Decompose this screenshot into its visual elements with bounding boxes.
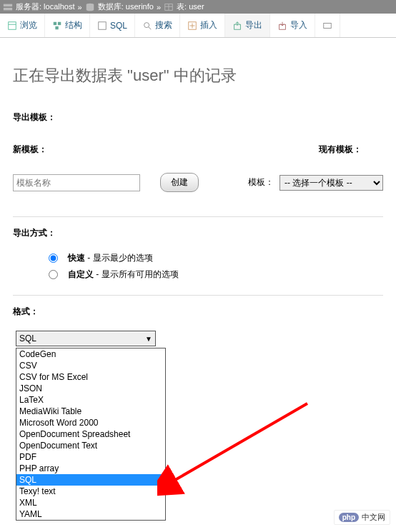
format-option[interactable]: CodeGen [16, 348, 165, 360]
php-logo-icon: php [339, 513, 359, 522]
divider [13, 295, 383, 296]
format-option[interactable]: LaTeX [16, 394, 165, 406]
svg-point-14 [144, 22, 149, 27]
breadcrumb-database[interactable]: 数据库: userinfo [98, 1, 154, 12]
breadcrumb: 服务器: localhost » 数据库: userinfo » 表: user [0, 0, 396, 14]
tab-more[interactable] [315, 14, 340, 37]
method-custom-radio[interactable] [49, 270, 58, 279]
tab-structure[interactable]: 结构 [45, 14, 90, 37]
format-option[interactable]: Microsoft Word 2000 [16, 417, 165, 428]
method-custom-row[interactable]: 自定义 - 显示所有可用的选项 [49, 268, 383, 281]
method-quick-row[interactable]: 快速 - 显示最少的选项 [49, 252, 383, 264]
structure-icon [52, 21, 62, 31]
svg-rect-11 [58, 21, 61, 24]
method-custom-label: 自定义 - 显示所有可用的选项 [68, 268, 179, 281]
import-icon [277, 21, 287, 31]
format-option[interactable]: PHP array [16, 463, 165, 474]
new-template-label: 新模板： [13, 144, 47, 156]
format-option[interactable]: CSV for MS Excel [16, 371, 165, 383]
tab-label: 插入 [200, 19, 217, 31]
svg-rect-10 [54, 21, 56, 24]
more-icon [322, 21, 332, 31]
divider [13, 216, 383, 217]
tab-label: SQL [110, 21, 127, 31]
tab-label: 搜索 [155, 19, 172, 31]
database-icon [85, 2, 95, 12]
tab-sql[interactable]: SQL [90, 14, 135, 37]
template-select[interactable]: -- 选择一个模板 -- [279, 175, 383, 191]
server-icon [3, 2, 13, 12]
table-icon [164, 2, 174, 12]
svg-rect-8 [9, 21, 16, 29]
format-option[interactable]: MediaWiki Table [16, 406, 165, 417]
tab-label: 浏览 [20, 19, 37, 31]
svg-rect-0 [4, 4, 12, 6]
existing-template-label: 现有模板： [319, 144, 362, 156]
format-option[interactable]: JSON [16, 383, 165, 394]
tab-label: 结构 [65, 19, 82, 31]
export-icon [232, 21, 242, 31]
tab-label: 导入 [290, 19, 307, 31]
page-title: 正在导出数据表 "user" 中的记录 [13, 65, 383, 86]
tab-export[interactable]: 导出 [225, 14, 270, 37]
format-option[interactable]: SQL [16, 474, 165, 486]
svg-rect-12 [55, 26, 58, 29]
svg-rect-13 [99, 21, 107, 29]
svg-point-4 [86, 8, 94, 11]
browse-icon [7, 21, 17, 31]
breadcrumb-table[interactable]: 表: user [177, 1, 204, 12]
format-selected-value: SQL [19, 333, 36, 343]
format-select[interactable]: SQL ▼ [16, 331, 156, 346]
format-option[interactable]: YAML [16, 508, 165, 520]
tab-bar: 浏览 结构 SQL 搜索 插入 导出 导入 [0, 14, 396, 38]
svg-rect-1 [4, 7, 12, 10]
insert-icon [187, 21, 197, 31]
format-dropdown: CodeGenCSVCSV for MS ExcelJSONLaTeXMedia… [16, 348, 166, 521]
format-heading: 格式： [13, 306, 383, 318]
template-name-input[interactable] [13, 174, 140, 191]
tab-label: 导出 [245, 19, 262, 31]
svg-line-15 [149, 26, 152, 29]
chevron-down-icon: ▼ [145, 335, 152, 343]
format-option[interactable]: Texy! text [16, 486, 165, 497]
main-content: 正在导出数据表 "user" 中的记录 导出模板： 新模板： 现有模板： 创建 … [0, 38, 396, 532]
sql-icon [97, 21, 107, 31]
format-option[interactable]: XML [16, 497, 165, 508]
svg-rect-21 [324, 23, 332, 28]
template-heading: 导出模板： [13, 111, 383, 124]
format-option[interactable]: PDF [16, 451, 165, 463]
tab-browse[interactable]: 浏览 [0, 14, 45, 37]
method-heading: 导出方式： [13, 227, 383, 239]
watermark-text: 中文网 [362, 512, 385, 523]
search-icon [142, 21, 152, 31]
watermark: php 中文网 [334, 510, 390, 525]
breadcrumb-sep: » [78, 3, 82, 11]
template-select-label: 模板： [248, 176, 274, 189]
format-option[interactable]: OpenDocument Text [16, 440, 165, 451]
tab-insert[interactable]: 插入 [180, 14, 225, 37]
format-option[interactable]: CSV [16, 360, 165, 371]
method-quick-label: 快速 - 显示最少的选项 [68, 252, 153, 264]
tab-import[interactable]: 导入 [270, 14, 315, 37]
create-button[interactable]: 创建 [160, 173, 199, 192]
method-quick-radio[interactable] [49, 254, 58, 263]
format-option[interactable]: OpenDocument Spreadsheet [16, 428, 165, 440]
breadcrumb-server[interactable]: 服务器: localhost [16, 1, 75, 12]
tab-search[interactable]: 搜索 [135, 14, 180, 37]
breadcrumb-sep: » [157, 3, 161, 11]
